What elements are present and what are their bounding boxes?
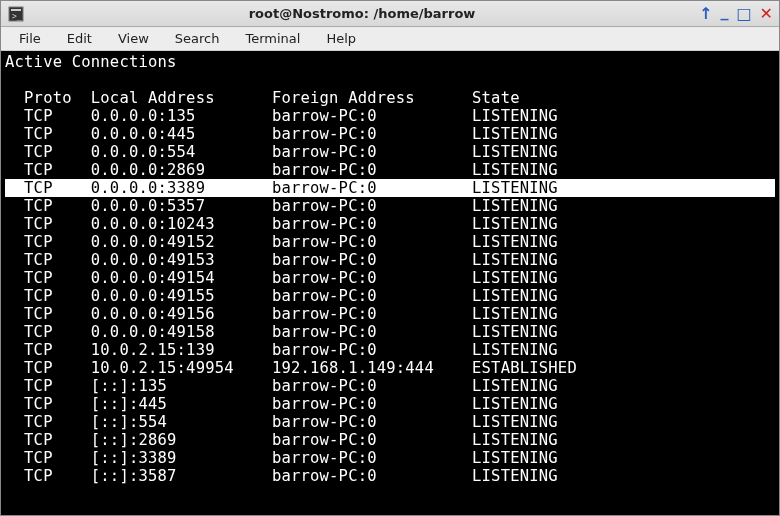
connection-row: TCP 0.0.0.0:2869 barrow-PC:0 LISTENING xyxy=(5,161,775,179)
menu-view[interactable]: View xyxy=(106,29,161,48)
menu-file[interactable]: File xyxy=(7,29,53,48)
connection-row: TCP [::]:135 barrow-PC:0 LISTENING xyxy=(5,377,775,395)
connection-row: TCP 0.0.0.0:49154 barrow-PC:0 LISTENING xyxy=(5,269,775,287)
terminal-output[interactable]: Active Connections Proto Local Address F… xyxy=(1,51,779,515)
connection-row: TCP 0.0.0.0:554 barrow-PC:0 LISTENING xyxy=(5,143,775,161)
blank-line xyxy=(5,71,775,89)
menu-search[interactable]: Search xyxy=(163,29,232,48)
menubar: File Edit View Search Terminal Help xyxy=(1,27,779,51)
window-title: root@Nostromo: /home/barrow xyxy=(25,6,699,21)
minimize-button[interactable]: _ xyxy=(720,4,728,20)
titlebar[interactable]: >_ root@Nostromo: /home/barrow ↑ _ □ ✕ xyxy=(1,1,779,27)
maximize-button[interactable]: □ xyxy=(736,6,751,22)
output-heading: Active Connections xyxy=(5,53,775,71)
connection-row: TCP 0.0.0.0:49156 barrow-PC:0 LISTENING xyxy=(5,305,775,323)
connection-row: TCP 10.0.2.15:49954 192.168.1.149:444 ES… xyxy=(5,359,775,377)
connection-row: TCP [::]:2869 barrow-PC:0 LISTENING xyxy=(5,431,775,449)
column-header: Proto Local Address Foreign Address Stat… xyxy=(5,89,775,107)
connection-row: TCP [::]:554 barrow-PC:0 LISTENING xyxy=(5,413,775,431)
menu-edit[interactable]: Edit xyxy=(55,29,104,48)
connection-row: TCP 0.0.0.0:3389 barrow-PC:0 LISTENING xyxy=(5,179,775,197)
svg-text:>_: >_ xyxy=(12,12,22,21)
connection-row: TCP 0.0.0.0:49158 barrow-PC:0 LISTENING xyxy=(5,323,775,341)
connection-row: TCP 0.0.0.0:49152 barrow-PC:0 LISTENING xyxy=(5,233,775,251)
connection-row: TCP 0.0.0.0:49153 barrow-PC:0 LISTENING xyxy=(5,251,775,269)
connection-row: TCP [::]:3389 barrow-PC:0 LISTENING xyxy=(5,449,775,467)
connection-row: TCP [::]:445 barrow-PC:0 LISTENING xyxy=(5,395,775,413)
terminal-window: >_ root@Nostromo: /home/barrow ↑ _ □ ✕ F… xyxy=(0,0,780,516)
system-menu-icon[interactable]: >_ xyxy=(7,5,25,23)
connection-row: TCP 0.0.0.0:445 barrow-PC:0 LISTENING xyxy=(5,125,775,143)
connection-row: TCP [::]:3587 barrow-PC:0 LISTENING xyxy=(5,467,775,485)
connection-row: TCP 0.0.0.0:10243 barrow-PC:0 LISTENING xyxy=(5,215,775,233)
svg-rect-1 xyxy=(11,9,21,11)
connection-row: TCP 10.0.2.15:139 barrow-PC:0 LISTENING xyxy=(5,341,775,359)
connection-row: TCP 0.0.0.0:5357 barrow-PC:0 LISTENING xyxy=(5,197,775,215)
rollup-button[interactable]: ↑ xyxy=(699,6,712,22)
menu-terminal[interactable]: Terminal xyxy=(233,29,312,48)
connection-row: TCP 0.0.0.0:49155 barrow-PC:0 LISTENING xyxy=(5,287,775,305)
window-controls: ↑ _ □ ✕ xyxy=(699,6,773,22)
close-button[interactable]: ✕ xyxy=(760,6,773,22)
connection-row: TCP 0.0.0.0:135 barrow-PC:0 LISTENING xyxy=(5,107,775,125)
menu-help[interactable]: Help xyxy=(314,29,368,48)
